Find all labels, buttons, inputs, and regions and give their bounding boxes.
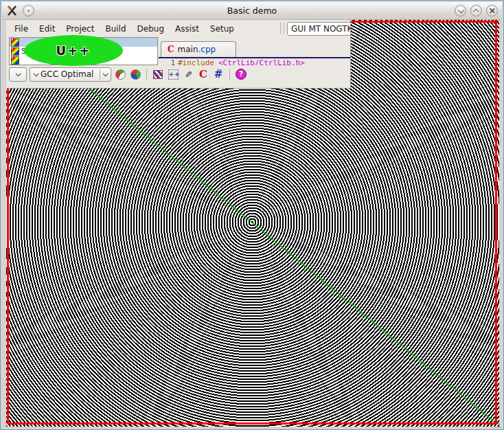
menubar-separator: [280, 23, 284, 34]
designer-tool-button[interactable]: ++: [167, 68, 179, 80]
resize-grip[interactable]: [495, 425, 502, 429]
toolbar-separator: [146, 69, 147, 80]
build-flags-field[interactable]: GUI MT NOGTK: [287, 22, 351, 36]
code-editor-line[interactable]: 1#include<CtrlLib/CtrlLib.h>: [159, 58, 351, 65]
c-letter-icon: C: [199, 68, 207, 80]
chevron-down-icon: [102, 71, 108, 76]
menu-assist[interactable]: Assist: [170, 24, 205, 34]
cpp-tool-button[interactable]: C: [197, 68, 209, 80]
line-number: 1: [159, 58, 175, 65]
minimize-button[interactable]: [455, 5, 466, 16]
menu-build[interactable]: Build: [100, 24, 131, 34]
menubar: File Edit Project Build Debug Assist Set…: [9, 22, 240, 35]
hash-icon: #: [214, 68, 223, 80]
chevron-down-icon: [15, 71, 21, 76]
menu-edit[interactable]: Edit: [34, 24, 60, 34]
menu-file[interactable]: File: [9, 24, 34, 34]
include-directive: #include: [178, 58, 214, 65]
flag-tool-button[interactable]: [152, 68, 164, 80]
chevron-up-icon: [473, 8, 479, 14]
tab-label: main.cpp: [178, 45, 216, 54]
help-button[interactable]: ?: [235, 68, 247, 80]
upp-splash-ellipse: U++: [24, 35, 123, 66]
titlebar[interactable]: Basic demo: [2, 2, 502, 20]
menu-debug[interactable]: Debug: [132, 24, 170, 34]
debug-run-button[interactable]: [114, 68, 126, 80]
include-header: <CtrlLib/CtrlLib.h>: [218, 58, 305, 65]
run-button[interactable]: [129, 68, 141, 80]
flag-icon: [153, 70, 163, 79]
ide-panel: File Edit Project Build Debug Assist Set…: [6, 20, 351, 89]
cpp-file-icon: C: [168, 45, 174, 54]
toolbar-separator: [229, 69, 230, 80]
macro-tool-button[interactable]: #: [212, 68, 225, 80]
grid-plus-icon: ++: [168, 69, 179, 80]
window-title: Basic demo: [2, 2, 502, 19]
tab-main-cpp[interactable]: C main.cpp: [161, 41, 236, 57]
close-icon: [489, 8, 495, 14]
maximize-button[interactable]: [470, 5, 482, 16]
package-icon: [11, 56, 19, 65]
upp-logo-text: U++: [56, 43, 91, 58]
edit-tool-button[interactable]: ✎: [182, 68, 194, 80]
chevron-down-icon: [458, 8, 463, 13]
close-button[interactable]: [486, 5, 498, 16]
build-method-value: GCC Optimal: [41, 69, 97, 79]
package-config-dropdown[interactable]: [9, 67, 27, 82]
combo-separator: [100, 69, 100, 80]
build-method-dropdown[interactable]: GCC Optimal: [30, 67, 111, 82]
run-gauge-icon: [130, 69, 141, 80]
demo-client-area: File Edit Project Build Debug Assist Set…: [6, 20, 499, 427]
help-icon: ?: [236, 69, 247, 80]
package-icon: [11, 38, 19, 47]
pencil-icon: ✎: [185, 69, 192, 80]
menu-project[interactable]: Project: [60, 24, 100, 34]
app-window: Basic demo File Edit Project Build Debug…: [0, 0, 504, 430]
build-toolbar: GCC Optimal ++ ✎ C # ?: [6, 65, 351, 83]
package-icon: [11, 47, 19, 56]
menu-setup[interactable]: Setup: [205, 24, 240, 34]
debug-gauge-icon: [115, 69, 126, 80]
chevron-down-icon: [33, 71, 38, 76]
editor-tab-pane: C main.cpp 1#include<CtrlLib/CtrlLib.h>: [159, 37, 351, 65]
